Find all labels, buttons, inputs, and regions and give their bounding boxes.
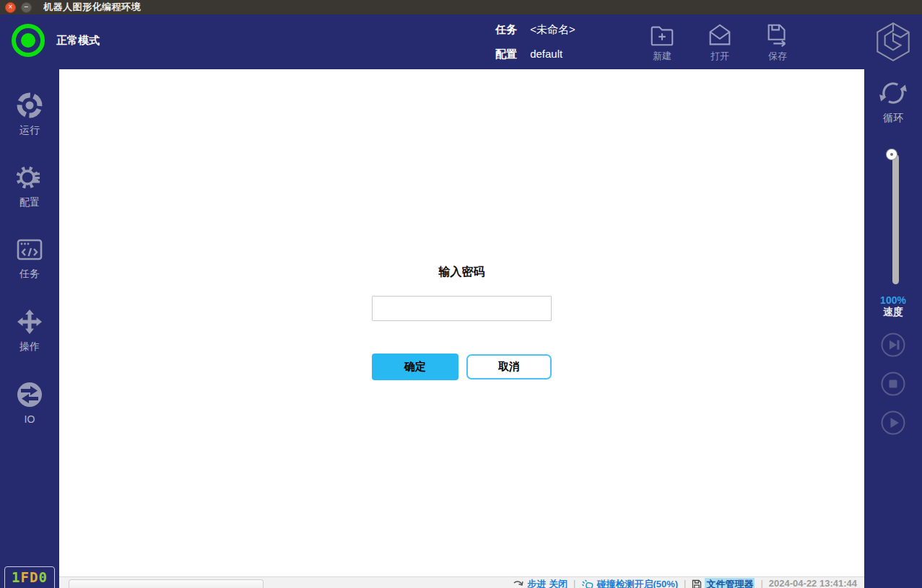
new-task-button[interactable]: 新建 bbox=[642, 22, 682, 63]
sidebar-item-label: IO bbox=[25, 413, 35, 425]
sidebar-item-io[interactable]: IO bbox=[0, 367, 59, 439]
status-bar: 步进 关闭 | 碰撞检测开启(50%) | 文件管理器 | bbox=[59, 576, 864, 588]
file-manager-text: 文件管理器 bbox=[705, 578, 754, 588]
app-logo-icon bbox=[873, 20, 913, 63]
password-input[interactable] bbox=[372, 296, 552, 321]
register-value-badge[interactable]: 1FD0 bbox=[4, 566, 55, 588]
loop-label: 循环 bbox=[883, 112, 903, 125]
sidebar-item-label: 运行 bbox=[19, 124, 40, 137]
save-icon bbox=[764, 22, 791, 49]
task-code-icon bbox=[15, 236, 44, 263]
speed-slider-track[interactable] bbox=[892, 154, 899, 284]
floppy-disk-icon bbox=[692, 579, 702, 588]
badge-seg-1: 1 bbox=[12, 569, 20, 585]
new-file-icon bbox=[648, 22, 676, 49]
step-next-button[interactable] bbox=[881, 333, 905, 357]
minimize-button[interactable]: − bbox=[21, 2, 32, 13]
sidebar-item-label: 任务 bbox=[19, 268, 40, 281]
titlebar: × − 机器人图形化编程环境 bbox=[0, 0, 922, 14]
app-window: × − 机器人图形化编程环境 正常模式 任务 <未命名> 配置 default bbox=[0, 0, 922, 588]
header-actions: 新建 打开 保存 bbox=[642, 22, 798, 63]
step-mode-text: 步进 关闭 bbox=[527, 578, 567, 588]
move-arrows-icon bbox=[15, 307, 44, 336]
header: 正常模式 任务 <未命名> 配置 default 新建 bbox=[0, 14, 922, 69]
sidebar-item-label: 配置 bbox=[19, 196, 40, 209]
badge-seg-2: FD bbox=[21, 569, 39, 585]
step-arrow-icon bbox=[513, 580, 524, 588]
task-value: <未命名> bbox=[530, 23, 575, 35]
collision-hand-icon bbox=[581, 579, 593, 588]
collision-status-text: 碰撞检测开启(50%) bbox=[596, 578, 678, 588]
task-label: 任务 bbox=[495, 23, 517, 35]
collision-detection-status[interactable]: 碰撞检测开启(50%) bbox=[581, 578, 678, 588]
settings-gear-icon bbox=[15, 163, 44, 192]
open-task-label: 打开 bbox=[710, 50, 729, 63]
speed-value: 100% bbox=[864, 294, 922, 306]
password-dialog-title: 输入密码 bbox=[59, 265, 864, 280]
io-swap-icon bbox=[15, 380, 44, 409]
stop-button[interactable] bbox=[881, 372, 905, 396]
speed-readout: 100% 速度 bbox=[864, 294, 922, 317]
new-task-label: 新建 bbox=[653, 50, 671, 63]
close-button[interactable]: × bbox=[5, 2, 16, 13]
speed-label: 速度 bbox=[864, 306, 922, 317]
save-task-button[interactable]: 保存 bbox=[757, 22, 798, 63]
open-file-icon bbox=[706, 22, 734, 49]
step-mode-status[interactable]: 步进 关闭 bbox=[513, 578, 567, 588]
loop-button[interactable]: 循环 bbox=[864, 78, 922, 125]
status-separator: | bbox=[573, 578, 575, 588]
main-content: 输入密码 确定 取消 bbox=[59, 69, 864, 588]
run-icon bbox=[15, 91, 44, 120]
speed-slider-knob[interactable] bbox=[887, 149, 897, 159]
save-task-label: 保存 bbox=[768, 50, 787, 63]
loop-cycle-icon bbox=[878, 78, 908, 108]
play-button[interactable] bbox=[881, 411, 905, 435]
sidebar-item-operate[interactable]: 操作 bbox=[0, 294, 59, 367]
status-timestamp: 2024-04-22 13:41:44 bbox=[769, 578, 857, 588]
config-label: 配置 bbox=[495, 48, 517, 60]
left-sidebar: 运行 配置 bbox=[0, 69, 59, 588]
cancel-button[interactable]: 取消 bbox=[466, 354, 552, 379]
open-task-button[interactable]: 打开 bbox=[700, 22, 740, 63]
status-light-icon bbox=[12, 24, 45, 57]
badge-seg-3: 0 bbox=[38, 569, 47, 585]
right-sidebar: 循环 100% 速度 bbox=[864, 69, 922, 588]
sidebar-item-label: 操作 bbox=[19, 341, 40, 354]
status-separator: | bbox=[684, 578, 686, 588]
file-manager-button[interactable]: 文件管理器 bbox=[692, 578, 754, 588]
sidebar-item-task[interactable]: 任务 bbox=[0, 222, 59, 294]
mode-indicator: 正常模式 bbox=[12, 24, 100, 57]
sidebar-item-run[interactable]: 运行 bbox=[0, 78, 59, 150]
sidebar-item-config[interactable]: 配置 bbox=[0, 150, 59, 222]
ok-button[interactable]: 确定 bbox=[372, 354, 458, 380]
task-config-block: 任务 <未命名> 配置 default bbox=[495, 20, 575, 69]
config-value: default bbox=[530, 48, 562, 60]
status-separator: | bbox=[760, 578, 762, 588]
panel-edge bbox=[69, 579, 264, 588]
mode-label: 正常模式 bbox=[56, 34, 100, 48]
window-title: 机器人图形化编程环境 bbox=[43, 1, 141, 14]
